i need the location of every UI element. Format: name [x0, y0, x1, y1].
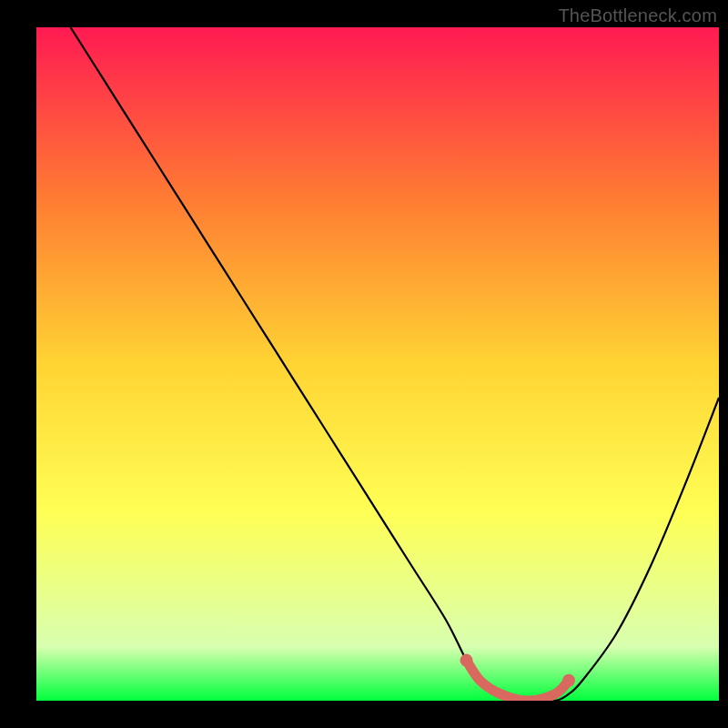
optimal-range-end-dot — [562, 674, 575, 687]
bottleneck-chart — [0, 0, 728, 728]
gradient-background — [36, 27, 719, 701]
optimal-range-start-dot — [460, 654, 473, 667]
watermark-text: TheBottleneck.com — [558, 5, 717, 26]
chart-frame: TheBottleneck.com — [0, 0, 728, 728]
